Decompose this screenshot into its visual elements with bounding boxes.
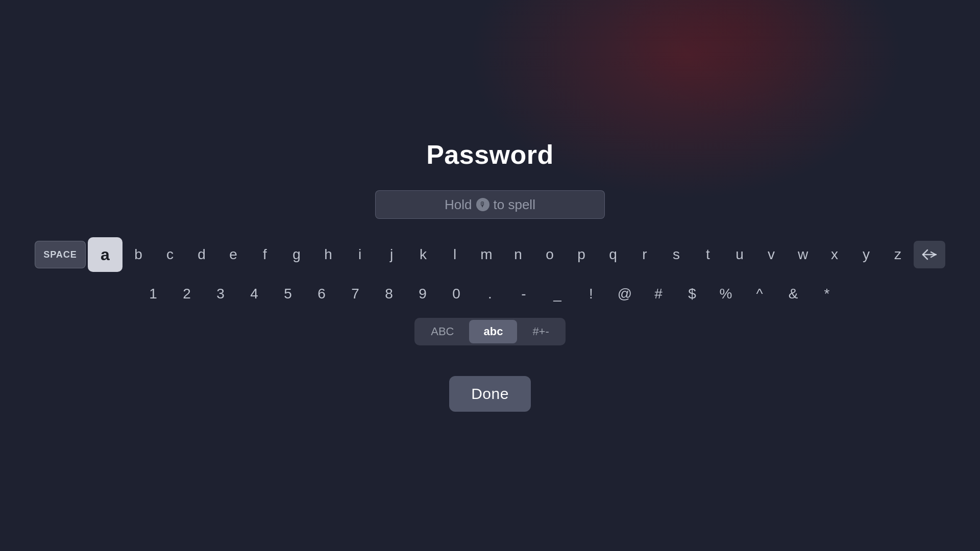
to-spell-text: to spell (494, 197, 535, 213)
key-hyphen[interactable]: - (507, 278, 541, 310)
main-content: Password Hold 🎙 to spell SPACE a b c d e… (35, 139, 945, 412)
key-v[interactable]: v (755, 239, 787, 270)
key-hash[interactable]: # (642, 278, 675, 310)
done-button[interactable]: Done (449, 376, 531, 412)
key-a[interactable]: a (88, 237, 122, 272)
input-placeholder: Hold 🎙 to spell (445, 197, 535, 213)
key-underscore[interactable]: _ (541, 278, 574, 310)
key-j[interactable]: j (376, 239, 407, 270)
key-x[interactable]: x (819, 239, 850, 270)
key-p[interactable]: p (566, 239, 597, 270)
mic-icon: 🎙 (476, 198, 489, 211)
key-h[interactable]: h (312, 239, 344, 270)
key-l[interactable]: l (439, 239, 471, 270)
key-y[interactable]: y (850, 239, 882, 270)
page-title: Password (426, 139, 554, 170)
key-r[interactable]: r (629, 239, 660, 270)
key-u[interactable]: u (724, 239, 755, 270)
mode-abc-lower[interactable]: abc (469, 320, 517, 343)
mode-selector: ABC abc #+- (414, 318, 566, 345)
key-k[interactable]: k (407, 239, 439, 270)
backspace-key[interactable] (914, 241, 945, 268)
key-0[interactable]: 0 (439, 278, 473, 310)
key-e[interactable]: e (217, 239, 249, 270)
key-t[interactable]: t (692, 239, 724, 270)
key-f[interactable]: f (249, 239, 281, 270)
space-key[interactable]: SPACE (35, 241, 86, 268)
key-m[interactable]: m (471, 239, 502, 270)
key-b[interactable]: b (122, 239, 154, 270)
mode-abc-upper[interactable]: ABC (416, 320, 468, 343)
keyboard: SPACE a b c d e f g h i j k l m n o p q … (35, 237, 945, 345)
key-d[interactable]: d (186, 239, 217, 270)
key-8[interactable]: 8 (372, 278, 406, 310)
key-1[interactable]: 1 (136, 278, 170, 310)
key-period[interactable]: . (473, 278, 507, 310)
key-q[interactable]: q (597, 239, 629, 270)
key-6[interactable]: 6 (305, 278, 338, 310)
key-2[interactable]: 2 (170, 278, 204, 310)
password-input-field[interactable]: Hold 🎙 to spell (375, 190, 605, 219)
key-asterisk[interactable]: * (810, 278, 844, 310)
key-ampersand[interactable]: & (776, 278, 810, 310)
key-percent[interactable]: % (709, 278, 743, 310)
key-n[interactable]: n (502, 239, 534, 270)
mode-symbols[interactable]: #+- (518, 320, 563, 343)
key-z[interactable]: z (882, 239, 914, 270)
key-at[interactable]: @ (608, 278, 642, 310)
key-caret[interactable]: ^ (743, 278, 776, 310)
key-3[interactable]: 3 (204, 278, 237, 310)
key-7[interactable]: 7 (338, 278, 372, 310)
key-g[interactable]: g (281, 239, 312, 270)
symbol-row: 1 2 3 4 5 6 7 8 9 0 . - _ ! @ # $ % ^ & … (136, 278, 844, 310)
hold-text: Hold (445, 197, 472, 213)
key-s[interactable]: s (660, 239, 692, 270)
key-dollar[interactable]: $ (675, 278, 709, 310)
letter-row: SPACE a b c d e f g h i j k l m n o p q … (35, 237, 945, 272)
key-i[interactable]: i (344, 239, 376, 270)
key-exclaim[interactable]: ! (574, 278, 608, 310)
key-w[interactable]: w (787, 239, 819, 270)
key-4[interactable]: 4 (237, 278, 271, 310)
key-o[interactable]: o (534, 239, 566, 270)
key-9[interactable]: 9 (406, 278, 439, 310)
key-c[interactable]: c (154, 239, 186, 270)
key-5[interactable]: 5 (271, 278, 305, 310)
